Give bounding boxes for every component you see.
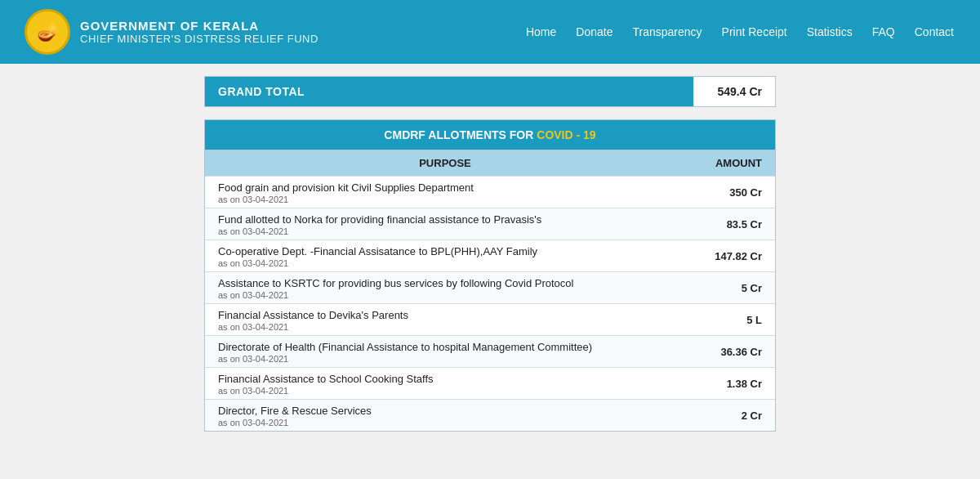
nav-statistics[interactable]: Statistics bbox=[805, 22, 854, 42]
cell-amount: 5 Cr bbox=[685, 272, 775, 303]
cell-purpose: Director, Fire & Rescue Services as on 0… bbox=[205, 400, 685, 431]
allotments-header-prefix: CMDRF ALLOTMENTS FOR bbox=[384, 128, 537, 141]
grand-total-value: 549.4 Cr bbox=[693, 77, 775, 106]
column-headers: PURPOSE AMOUNT bbox=[205, 150, 775, 176]
allotments-table: CMDRF ALLOTMENTS FOR COVID - 19 PURPOSE … bbox=[204, 119, 776, 432]
allotments-table-header: CMDRF ALLOTMENTS FOR COVID - 19 bbox=[205, 120, 775, 150]
nav-contact[interactable]: Contact bbox=[913, 22, 956, 42]
cell-purpose: Financial Assistance to School Cooking S… bbox=[205, 368, 685, 399]
cell-purpose: Financial Assistance to Devika's Parents… bbox=[205, 304, 685, 335]
table-row: Co-operative Dept. -Financial Assisatanc… bbox=[205, 239, 775, 271]
cell-amount: 147.82 Cr bbox=[685, 240, 775, 271]
cell-purpose: Fund allotted to Norka for providing fin… bbox=[205, 208, 685, 239]
cell-purpose: Co-operative Dept. -Financial Assisatanc… bbox=[205, 240, 685, 271]
purpose-date: as on 03-04-2021 bbox=[218, 386, 672, 396]
cell-amount: 36.36 Cr bbox=[685, 336, 775, 367]
purpose-text: Food grain and provision kit Civil Suppl… bbox=[218, 181, 672, 194]
cell-amount: 83.5 Cr bbox=[685, 208, 775, 239]
nav-home[interactable]: Home bbox=[524, 22, 558, 42]
cell-amount: 350 Cr bbox=[685, 177, 775, 208]
cell-purpose: Food grain and provision kit Civil Suppl… bbox=[205, 177, 685, 208]
col-header-purpose: PURPOSE bbox=[205, 150, 685, 176]
table-row: Director, Fire & Rescue Services as on 0… bbox=[205, 399, 775, 431]
cell-amount: 5 L bbox=[685, 304, 775, 335]
col-header-amount: AMOUNT bbox=[685, 150, 775, 176]
nav-donate[interactable]: Donate bbox=[574, 22, 614, 42]
table-row: Assistance to KSRTC for providing bus se… bbox=[205, 271, 775, 303]
nav-faq[interactable]: FAQ bbox=[871, 22, 897, 42]
header-branding: 🪔 Government of Kerala Chief Minister's … bbox=[24, 9, 318, 55]
purpose-text: Director, Fire & Rescue Services bbox=[218, 405, 672, 417]
purpose-date: as on 03-04-2021 bbox=[218, 290, 672, 300]
grand-total-label: GRAND TOTAL bbox=[205, 77, 693, 106]
purpose-date: as on 03-04-2021 bbox=[218, 322, 672, 332]
header-title-line2: Chief Minister's Distress Relief Fund bbox=[80, 33, 318, 45]
purpose-text: Financial Assistance to School Cooking S… bbox=[218, 373, 672, 385]
purpose-date: as on 03-04-2021 bbox=[218, 195, 672, 204]
main-nav: Home Donate Transparency Print Receipt S… bbox=[524, 22, 956, 42]
purpose-date: as on 03-04-2021 bbox=[218, 258, 672, 268]
purpose-date: as on 03-04-2021 bbox=[218, 418, 672, 428]
cell-amount: 2 Cr bbox=[685, 400, 775, 431]
header-title-line1: Government of Kerala bbox=[80, 19, 318, 33]
purpose-text: Co-operative Dept. -Financial Assisatanc… bbox=[218, 245, 672, 257]
logo-emblem: 🪔 bbox=[37, 21, 59, 43]
nav-print-receipt[interactable]: Print Receipt bbox=[720, 22, 789, 42]
allotments-header-covid: COVID - 19 bbox=[537, 128, 595, 141]
purpose-text: Financial Assistance to Devika's Parents bbox=[218, 309, 672, 321]
table-row: Food grain and provision kit Civil Suppl… bbox=[205, 176, 775, 208]
table-row: Financial Assistance to Devika's Parents… bbox=[205, 303, 775, 335]
table-row: Financial Assistance to School Cooking S… bbox=[205, 367, 775, 399]
cell-amount: 1.38 Cr bbox=[685, 368, 775, 399]
table-rows: Food grain and provision kit Civil Suppl… bbox=[205, 176, 775, 431]
purpose-date: as on 03-04-2021 bbox=[218, 226, 672, 236]
purpose-date: as on 03-04-2021 bbox=[218, 354, 672, 364]
purpose-text: Directorate of Health (Financial Assista… bbox=[218, 341, 672, 353]
logo: 🪔 bbox=[24, 9, 70, 55]
site-header: 🪔 Government of Kerala Chief Minister's … bbox=[0, 0, 980, 64]
cell-purpose: Directorate of Health (Financial Assista… bbox=[205, 336, 685, 367]
main-content: GRAND TOTAL 549.4 Cr CMDRF ALLOTMENTS FO… bbox=[204, 64, 776, 444]
cell-purpose: Assistance to KSRTC for providing bus se… bbox=[205, 272, 685, 303]
grand-total-row: GRAND TOTAL 549.4 Cr bbox=[204, 76, 776, 107]
table-row: Fund allotted to Norka for providing fin… bbox=[205, 208, 775, 239]
nav-transparency[interactable]: Transparency bbox=[630, 22, 703, 42]
table-row: Directorate of Health (Financial Assista… bbox=[205, 335, 775, 367]
purpose-text: Assistance to KSRTC for providing bus se… bbox=[218, 277, 672, 289]
header-title: Government of Kerala Chief Minister's Di… bbox=[80, 19, 318, 45]
purpose-text: Fund allotted to Norka for providing fin… bbox=[218, 213, 672, 226]
